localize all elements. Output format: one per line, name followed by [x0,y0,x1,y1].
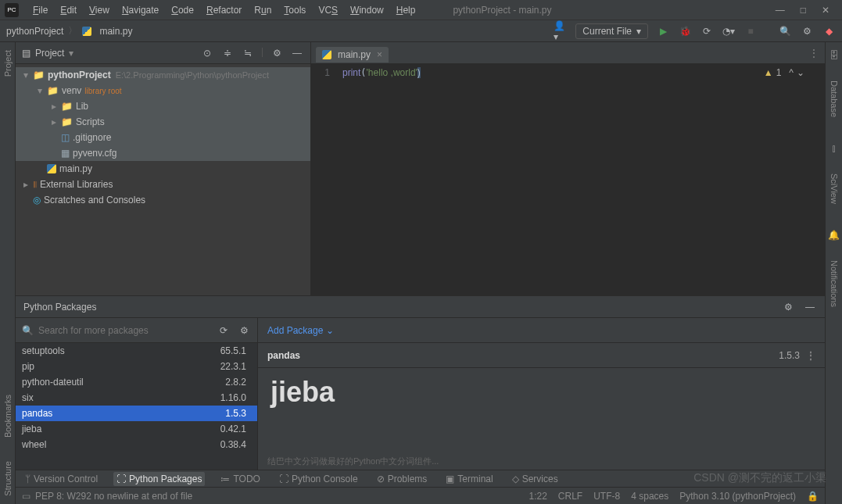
profile-icon[interactable]: ◔▾ [722,24,736,38]
package-search-input[interactable] [38,325,210,336]
encoding[interactable]: UTF-8 [593,491,620,502]
lock-icon[interactable]: 🔒 [807,491,819,502]
tw-terminal[interactable]: ▣Terminal [442,472,496,486]
tab-mainpy[interactable]: main.py × [316,47,389,63]
tool-structure[interactable]: Structure [3,461,13,496]
list-item[interactable]: six1.16.0 [16,390,257,406]
maximize-icon[interactable]: □ [801,5,806,16]
hide-panel-icon[interactable]: — [290,46,304,60]
list-item[interactable]: wheel0.38.4 [16,437,257,452]
menu-window[interactable]: Window [344,5,390,16]
project-tree[interactable]: ▾📁 pythonProject E:\2.Programming\Python… [16,64,310,295]
expand-all-icon[interactable]: ≑ [220,46,235,60]
coverage-icon[interactable]: ⟳ [700,24,714,38]
problems-icon: ⊘ [377,474,385,484]
menu-code[interactable]: Code [165,5,200,16]
crumb-file[interactable]: main.py [99,26,132,37]
list-item[interactable]: setuptools65.5.1 [16,343,257,359]
chevron-down-icon: ⌄ [326,325,334,336]
refresh-icon[interactable]: ⟳ [217,323,231,338]
console-icon: ⛶ [279,474,288,484]
breadcrumb[interactable]: pythonProject 〉 main.py [6,24,132,38]
jetbrains-toolbox-icon[interactable]: ◆ [822,24,836,38]
menu-run[interactable]: Run [248,5,278,16]
debug-icon[interactable]: 🐞 [678,24,692,38]
hide-panel-icon[interactable]: — [803,300,817,314]
select-opened-icon[interactable]: ⊙ [200,46,214,60]
close-tab-icon[interactable]: × [377,49,382,60]
minimize-icon[interactable]: — [776,5,785,16]
menu-navigate[interactable]: Navigate [116,5,165,16]
crumb-project[interactable]: pythonProject [6,26,63,37]
tw-todo[interactable]: ≔TODO [217,472,263,486]
menu-view[interactable]: View [83,5,116,16]
line-number: 1 [311,67,330,78]
tw-version-control[interactable]: ᛘVersion Control [22,472,101,486]
sciview-icon[interactable]: ⫿ [832,143,837,154]
tw-problems[interactable]: ⊘Problems [374,472,431,486]
chevron-down-icon[interactable]: ▾ [69,48,73,59]
close-icon[interactable]: ✕ [822,5,829,16]
menu-help[interactable]: Help [390,5,422,16]
line-ending[interactable]: CRLF [558,491,582,502]
tree-mainpy[interactable]: main.py [16,161,310,177]
add-package-button[interactable]: Add Package ⌄ [267,325,334,336]
search-icon[interactable]: 🔍 [778,24,792,38]
menubar: PC File Edit View Navigate Code Refactor… [0,0,842,20]
menu-edit[interactable]: Edit [54,5,83,16]
tool-notifications[interactable]: Notifications [829,260,839,307]
menu-refactor[interactable]: Refactor [200,5,248,16]
tree-pyvenv[interactable]: ▦pyvenv.cfg [16,145,310,161]
package-list[interactable]: setuptools65.5.1 pip22.3.1 python-dateut… [16,343,257,470]
tree-scratches[interactable]: ◎Scratches and Consoles [16,192,310,208]
chevron-down-icon[interactable]: ⌄ [797,67,804,78]
list-item[interactable]: python-dateutil2.8.2 [16,374,257,390]
settings-icon[interactable]: ⚙ [800,24,814,38]
interpreter[interactable]: Python 3.10 (pythonProject) [679,491,796,502]
list-item-selected[interactable]: pandas1.5.3 [16,406,257,421]
inspection-icon[interactable]: ▭ [22,491,30,502]
inspection-badge[interactable]: ▲ 1 ^ ⌄ [764,67,804,78]
project-panel: ▤ Project ▾ ⊙ ≑ ≒ | ⚙ — ▾📁 pytho [16,42,311,295]
python-file-icon [82,27,91,36]
detail-description: 结巴中文分词做最好的Python中文分词组件... [258,456,825,470]
database-icon[interactable]: 🗄 [829,50,839,61]
tool-sciview[interactable]: SciView [829,173,839,204]
stop-icon[interactable]: ■ [743,24,758,38]
chevron-up-icon[interactable]: ^ [789,67,794,78]
caret-position[interactable]: 1:22 [529,491,547,502]
bell-icon[interactable]: 🔔 [828,230,840,241]
tree-scripts[interactable]: ▸📁Scripts [16,114,310,130]
tree-venv[interactable]: ▾📁 venv library root [16,83,310,98]
tool-project[interactable]: Project [3,50,13,77]
menu-vcs[interactable]: VCS [312,5,344,16]
python-packages-panel: Python Packages ⚙ — 🔍 ⟳ ⚙ [16,295,825,470]
user-add-icon[interactable]: 👤▾ [554,24,568,38]
menu-file[interactable]: File [27,5,54,16]
tw-services[interactable]: ◇Services [509,472,561,486]
branch-icon: ᛘ [25,474,30,484]
run-icon[interactable]: ▶ [656,24,670,38]
run-config-selector[interactable]: Current File ▾ [575,23,648,39]
kebab-icon[interactable]: ⋮ [806,350,815,361]
list-item[interactable]: jieba0.42.1 [16,421,257,437]
tree-lib[interactable]: ▸📁Lib [16,98,310,114]
tool-database[interactable]: Database [829,80,839,117]
tw-python-console[interactable]: ⛶Python Console [276,472,361,486]
collapse-all-icon[interactable]: ≒ [241,46,255,60]
tw-python-packages[interactable]: ⛶Python Packages [113,472,205,486]
list-item[interactable]: pip22.3.1 [16,359,257,374]
gear-icon[interactable]: ⚙ [781,300,795,314]
indent[interactable]: 4 spaces [631,491,668,502]
menu-tools[interactable]: Tools [278,5,312,16]
tool-bookmarks[interactable]: Bookmarks [3,395,13,438]
tree-external[interactable]: ▸⫴External Libraries [16,177,310,192]
project-view-label[interactable]: Project [35,48,64,59]
detail-version: 1.5.3 [779,350,800,361]
code-editor[interactable]: 1 print('hello ,world') ▲ 1 ^ ⌄ [311,64,825,295]
tree-gitignore[interactable]: ◫.gitignore [16,130,310,145]
gear-icon[interactable]: ⚙ [270,46,284,60]
tab-more-icon[interactable]: ⋮ [809,48,819,59]
tree-root[interactable]: ▾📁 pythonProject E:\2.Programming\Python… [16,67,310,83]
gear-icon[interactable]: ⚙ [237,323,251,338]
